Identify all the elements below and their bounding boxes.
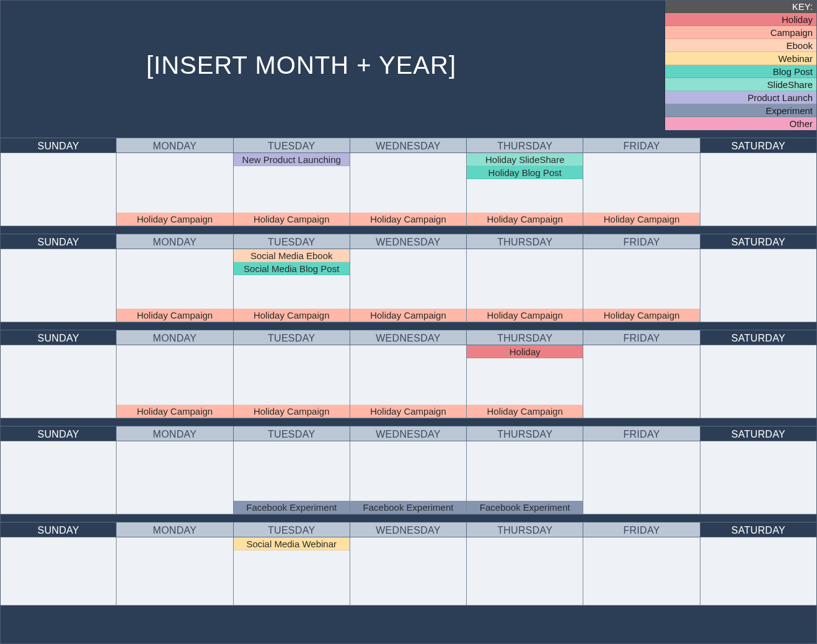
day-cell[interactable]: Holiday Campaign <box>583 249 700 322</box>
legend-item: Campaign <box>665 26 817 39</box>
day-cell[interactable] <box>700 537 817 606</box>
event[interactable]: Social Media Blog Post <box>234 262 350 275</box>
event[interactable]: Holiday <box>467 345 583 358</box>
day-cell[interactable]: Social Media EbookSocial Media Blog Post… <box>234 249 350 322</box>
event[interactable]: Holiday SlideShare <box>467 153 583 166</box>
event[interactable]: Facebook Experiment <box>350 501 466 514</box>
legend-item: Ebook <box>665 39 817 52</box>
day-cell[interactable]: Holiday Campaign <box>117 345 233 418</box>
event[interactable]: Social Media Webinar <box>234 537 350 550</box>
event[interactable]: Holiday Campaign <box>350 309 466 322</box>
event-stack-bottom: Holiday Campaign <box>350 309 466 322</box>
event[interactable]: Holiday Campaign <box>234 213 350 226</box>
day-header-row: SUNDAYMONDAYTUESDAYWEDNESDAYTHURSDAYFRID… <box>0 522 817 537</box>
event-stack-top: Social Media Webinar <box>234 537 350 550</box>
day-header: SUNDAY <box>0 330 117 345</box>
day-cell[interactable] <box>700 153 817 226</box>
day-cell[interactable] <box>467 537 583 606</box>
day-cell[interactable] <box>0 249 117 322</box>
day-cell[interactable] <box>583 345 700 418</box>
day-cell[interactable] <box>117 441 233 514</box>
day-header: FRIDAY <box>583 234 700 249</box>
day-cell[interactable]: Holiday SlideShareHoliday Blog PostHolid… <box>467 153 583 226</box>
day-cell[interactable]: Holiday Campaign <box>234 345 350 418</box>
day-cell[interactable]: New Product LaunchingHoliday Campaign <box>234 153 350 226</box>
day-cell[interactable]: HolidayHoliday Campaign <box>467 345 583 418</box>
event-stack-bottom: Facebook Experiment <box>234 501 350 514</box>
event[interactable]: Holiday Campaign <box>117 213 232 226</box>
day-cell[interactable] <box>583 441 700 514</box>
day-cell[interactable]: Social Media Webinar <box>234 537 350 606</box>
header: [INSERT MONTH + YEAR] KEY: HolidayCampai… <box>0 0 817 130</box>
event[interactable]: Holiday Campaign <box>350 213 466 226</box>
title-wrap: [INSERT MONTH + YEAR] <box>0 0 665 130</box>
day-header: SUNDAY <box>0 522 117 537</box>
event[interactable]: Facebook Experiment <box>234 501 350 514</box>
calendar: SUNDAYMONDAYTUESDAYWEDNESDAYTHURSDAYFRID… <box>0 130 817 606</box>
day-cell[interactable]: Holiday Campaign <box>350 153 467 226</box>
event-stack-top: Social Media EbookSocial Media Blog Post <box>234 249 350 275</box>
page-title: [INSERT MONTH + YEAR] <box>146 51 518 79</box>
day-header: THURSDAY <box>467 426 583 441</box>
day-body-row: Holiday CampaignNew Product LaunchingHol… <box>0 153 817 226</box>
day-cell[interactable]: Facebook Experiment <box>350 441 467 514</box>
event[interactable]: Holiday Campaign <box>117 309 232 322</box>
event[interactable]: Holiday Campaign <box>234 309 350 322</box>
day-header-row: SUNDAYMONDAYTUESDAYWEDNESDAYTHURSDAYFRID… <box>0 426 817 441</box>
day-cell[interactable] <box>0 345 117 418</box>
day-header: TUESDAY <box>234 330 350 345</box>
week: SUNDAYMONDAYTUESDAYWEDNESDAYTHURSDAYFRID… <box>0 226 817 322</box>
legend-item: Holiday <box>665 13 817 26</box>
day-cell[interactable]: Facebook Experiment <box>234 441 350 514</box>
day-cell[interactable] <box>350 537 467 606</box>
day-cell[interactable]: Holiday Campaign <box>350 249 467 322</box>
day-header: SATURDAY <box>700 234 817 249</box>
day-header: MONDAY <box>117 138 233 153</box>
event-stack-bottom: Holiday Campaign <box>350 405 466 418</box>
day-header: MONDAY <box>117 234 233 249</box>
day-cell[interactable] <box>0 153 117 226</box>
event[interactable]: Holiday Blog Post <box>467 166 583 179</box>
event[interactable]: Holiday Campaign <box>583 213 699 226</box>
day-cell[interactable] <box>0 441 117 514</box>
day-cell[interactable] <box>0 537 117 606</box>
day-cell[interactable] <box>700 345 817 418</box>
event-stack-bottom: Holiday Campaign <box>234 309 350 322</box>
event[interactable]: Holiday Campaign <box>467 213 583 226</box>
event-stack-bottom: Holiday Campaign <box>117 213 232 226</box>
event[interactable]: Holiday Campaign <box>583 309 699 322</box>
event[interactable]: Holiday Campaign <box>467 309 583 322</box>
legend-item: Blog Post <box>665 65 817 78</box>
day-cell[interactable]: Holiday Campaign <box>350 345 467 418</box>
event[interactable]: Holiday Campaign <box>234 405 350 418</box>
day-cell[interactable] <box>700 249 817 322</box>
calendar-page: [INSERT MONTH + YEAR] KEY: HolidayCampai… <box>0 0 817 644</box>
day-cell[interactable]: Holiday Campaign <box>117 153 233 226</box>
day-header: SUNDAY <box>0 138 117 153</box>
day-header: THURSDAY <box>467 522 583 537</box>
day-cell[interactable] <box>700 441 817 514</box>
day-cell[interactable]: Holiday Campaign <box>583 153 700 226</box>
legend-header: KEY: <box>665 0 817 13</box>
event-stack-bottom: Holiday Campaign <box>234 405 350 418</box>
day-header: FRIDAY <box>583 426 700 441</box>
event[interactable]: Facebook Experiment <box>467 501 583 514</box>
day-header: FRIDAY <box>583 522 700 537</box>
day-cell[interactable] <box>583 537 700 606</box>
day-cell[interactable]: Holiday Campaign <box>117 249 233 322</box>
day-header: TUESDAY <box>234 138 350 153</box>
event[interactable]: Holiday Campaign <box>117 405 232 418</box>
day-header: SATURDAY <box>700 330 817 345</box>
day-cell[interactable]: Facebook Experiment <box>467 441 583 514</box>
day-header: MONDAY <box>117 330 233 345</box>
event[interactable]: Holiday Campaign <box>350 405 466 418</box>
day-cell[interactable] <box>117 537 233 606</box>
legend-item: Experiment <box>665 104 817 117</box>
week: SUNDAYMONDAYTUESDAYWEDNESDAYTHURSDAYFRID… <box>0 418 817 514</box>
day-cell[interactable]: Holiday Campaign <box>467 249 583 322</box>
legend-item: SlideShare <box>665 78 817 91</box>
event[interactable]: New Product Launching <box>234 153 350 166</box>
event[interactable]: Social Media Ebook <box>234 249 350 262</box>
event[interactable]: Holiday Campaign <box>467 405 583 418</box>
day-header: THURSDAY <box>467 330 583 345</box>
